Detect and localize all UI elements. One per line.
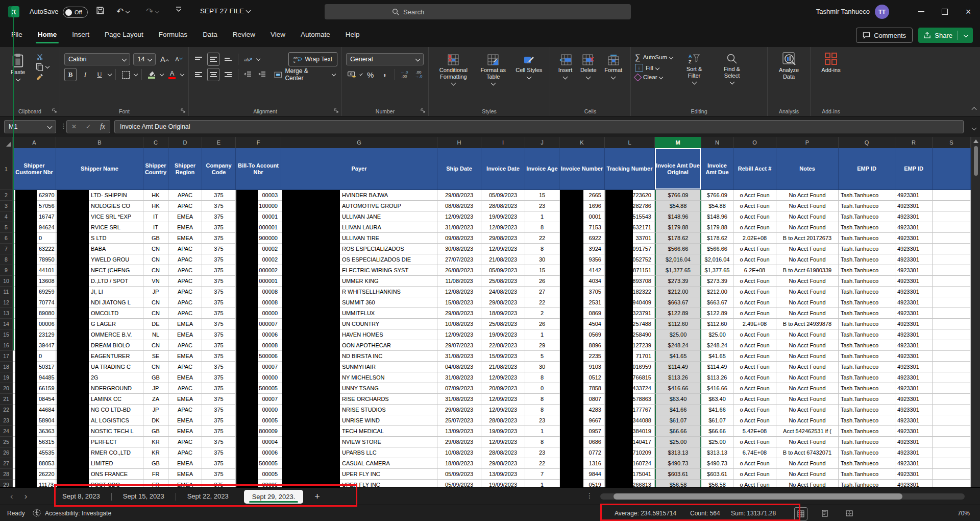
cell[interactable]: 29/07/2023	[437, 340, 481, 351]
cell[interactable]: o Acct Foun	[733, 211, 776, 222]
cell[interactable]: SE	[143, 351, 168, 362]
cell[interactable]: APAC	[168, 201, 202, 211]
cell[interactable]: 12/09/2023	[437, 329, 481, 340]
cell[interactable]: o Acct Foun	[733, 383, 776, 394]
cell[interactable]: Tash.Tanhueco	[839, 233, 895, 244]
cell[interactable]: 4923301	[895, 308, 933, 319]
cell[interactable]: Tash.Tanhueco	[839, 319, 895, 329]
cell[interactable]: 4923301	[895, 447, 933, 458]
cell[interactable]: 29/08/2023	[481, 458, 525, 469]
align-center-icon[interactable]	[207, 68, 219, 81]
cell[interactable]: 26	[525, 319, 559, 329]
cell[interactable]: GB	[143, 233, 168, 244]
cell[interactable]: Tash.Tanhueco	[839, 211, 895, 222]
cell[interactable]	[933, 458, 971, 469]
cell[interactable]: 4923301	[895, 458, 933, 469]
cell[interactable]: Acct 542462531 if (	[776, 426, 839, 437]
cell[interactable]: 23	[525, 415, 559, 426]
cell[interactable]: GB	[143, 458, 168, 469]
cell[interactable]: $212.00	[655, 287, 701, 297]
cell[interactable]: 18/09/2023	[481, 308, 525, 319]
cell[interactable]: No Acct Found	[776, 287, 839, 297]
clear-button[interactable]: Clear	[635, 74, 673, 80]
vertical-scroll-thumb[interactable]	[974, 146, 978, 176]
cell[interactable]: 28/08/2023	[481, 415, 525, 426]
cell[interactable]: Tash.Tanhueco	[839, 469, 895, 480]
format-painter-button[interactable]	[36, 73, 49, 81]
cell[interactable]: 30	[525, 362, 559, 372]
cancel-entry-icon[interactable]: ✕	[71, 123, 77, 130]
cell[interactable]	[933, 405, 971, 415]
cell[interactable]: No Acct Found	[776, 201, 839, 211]
cell[interactable]: APAC	[168, 405, 202, 415]
row-header[interactable]: 9	[0, 265, 13, 276]
cell[interactable]: $112.60	[655, 319, 701, 329]
cell[interactable]: 25/07/2023	[437, 415, 481, 426]
row-header[interactable]: 24	[0, 426, 13, 437]
cell[interactable]: 30/08/2023	[437, 244, 481, 254]
cell[interactable]: 4923301	[895, 394, 933, 405]
cell[interactable]: 04/08/2023	[437, 362, 481, 372]
decrease-decimal-icon[interactable]: .00→.0	[413, 68, 424, 81]
insert-cells-button[interactable]: Insert	[556, 52, 575, 79]
row-header[interactable]: 26	[0, 447, 13, 458]
row-header[interactable]: 19	[0, 372, 13, 383]
cell[interactable]: o Acct Foun	[733, 437, 776, 447]
cell[interactable]: 31/08/2023	[437, 351, 481, 362]
align-top-icon[interactable]	[193, 53, 204, 65]
cell[interactable]: 375	[202, 265, 236, 276]
cell[interactable]: $490.73	[655, 458, 701, 469]
tab-page-layout[interactable]: Page Layout	[105, 23, 143, 46]
cell[interactable]: $1,377.65	[701, 265, 733, 276]
zoom-level[interactable]: 70%	[958, 510, 970, 517]
cell[interactable]: $63.40	[701, 394, 733, 405]
cell[interactable]: o Acct Foun	[733, 308, 776, 319]
cell[interactable]: $25.00	[701, 437, 733, 447]
increase-font-icon[interactable]: A	[159, 53, 170, 65]
cell[interactable]: 12/09/2023	[481, 437, 525, 447]
cell[interactable]: 12/09/2023	[437, 211, 481, 222]
cell[interactable]: No Acct Found	[776, 211, 839, 222]
column-header-P[interactable]: P	[776, 137, 839, 148]
cell[interactable]: 31/08/2023	[437, 372, 481, 383]
cell[interactable]: CN	[143, 308, 168, 319]
cell[interactable]: 375	[202, 405, 236, 415]
cell[interactable]	[933, 340, 971, 351]
cell[interactable]: 8	[525, 394, 559, 405]
cell[interactable]: 375	[202, 362, 236, 372]
cell[interactable]	[933, 329, 971, 340]
cell[interactable]: $148.96	[655, 211, 701, 222]
cell[interactable]: $66.66	[655, 426, 701, 437]
cell[interactable]: EMEA	[168, 458, 202, 469]
cell[interactable]: 8	[525, 405, 559, 415]
column-header-N[interactable]: N	[701, 137, 733, 148]
cell[interactable]: $178.62	[655, 233, 701, 244]
document-title[interactable]: SEPT 27 FILE	[200, 7, 250, 15]
cell[interactable]: 15/08/2023	[437, 297, 481, 308]
cell[interactable]: B to Acct 24939878	[776, 319, 839, 329]
cell[interactable]: 4923301	[895, 362, 933, 372]
cell[interactable]	[933, 415, 971, 426]
cell[interactable]: DE	[143, 319, 168, 329]
cell[interactable]: o Acct Foun	[733, 222, 776, 233]
formula-input[interactable]: Invoice Amt Due Original	[114, 120, 964, 133]
analyze-data-button[interactable]: Analyze Data	[772, 51, 806, 80]
cell[interactable]: 29/08/2023	[437, 437, 481, 447]
decrease-indent-icon[interactable]	[242, 68, 254, 81]
cell[interactable]: 29	[525, 340, 559, 351]
cell[interactable]: No Acct Found	[776, 297, 839, 308]
cell[interactable]: $54.88	[701, 201, 733, 211]
cell[interactable]: $56.58	[655, 480, 701, 487]
cell[interactable]: APAC	[168, 362, 202, 372]
header-cell[interactable]: Invoice Age	[525, 148, 559, 190]
cell[interactable]: 31/08/2023	[437, 222, 481, 233]
cell[interactable]: 1	[525, 480, 559, 487]
cell[interactable]: $66.66	[701, 426, 733, 437]
cell[interactable]: $603.61	[655, 469, 701, 480]
autosum-button[interactable]: ∑AutoSum	[635, 53, 673, 61]
row-header[interactable]: 21	[0, 394, 13, 405]
cell[interactable]: $25.00	[655, 437, 701, 447]
cell[interactable]: o Acct Foun	[733, 415, 776, 426]
cell[interactable]: $566.66	[701, 244, 733, 254]
cell[interactable]: 05/09/2023	[437, 469, 481, 480]
